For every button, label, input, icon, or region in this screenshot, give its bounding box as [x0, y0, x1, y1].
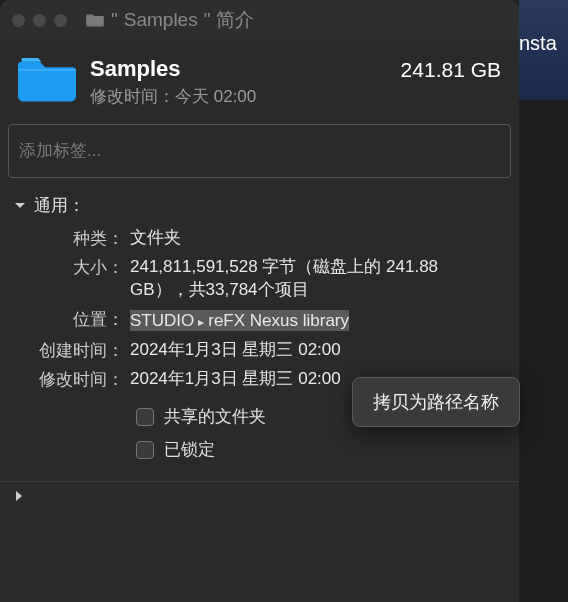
general-section-header[interactable]: 通用：	[0, 186, 519, 221]
general-info-rows: 种类 文件夹 大小 241,811,591,528 字节（磁盘上的 241.88…	[0, 221, 519, 475]
modified-label: 修改时间	[18, 368, 130, 391]
shared-checkbox[interactable]	[136, 408, 154, 426]
locked-row[interactable]: 已锁定	[18, 438, 501, 461]
created-value: 2024年1月3日 星期三 02:00	[130, 339, 501, 362]
modified-summary: 修改时间：今天 02:00	[90, 85, 401, 108]
context-menu: 拷贝为路径名称	[352, 377, 520, 427]
titlebar[interactable]: "Samples" 简介	[0, 0, 519, 40]
chevron-right-icon	[14, 490, 24, 502]
created-label: 创建时间	[18, 339, 130, 362]
folder-large-icon	[18, 54, 76, 102]
location-label: 位置	[18, 308, 130, 331]
traffic-lights	[12, 14, 67, 27]
copy-as-pathname-menu-item[interactable]: 拷贝为路径名称	[359, 384, 513, 420]
header-section: Samples 修改时间：今天 02:00 241.81 GB	[0, 40, 519, 116]
kind-value: 文件夹	[130, 227, 501, 250]
folder-name: Samples	[90, 56, 401, 82]
minimize-button[interactable]	[33, 14, 46, 27]
size-label: 大小	[18, 256, 130, 279]
close-button[interactable]	[12, 14, 25, 27]
locked-label: 已锁定	[164, 438, 215, 461]
info-window: "Samples" 简介 Samples 修改时间：今天 02:00 241.8…	[0, 0, 519, 602]
size-value: 241,811,591,528 字节（磁盘上的 241.88 GB），共33,7…	[130, 256, 501, 302]
tags-field-container	[8, 124, 511, 178]
general-section-title: 通用：	[34, 194, 85, 217]
folder-icon	[85, 12, 105, 28]
kind-label: 种类	[18, 227, 130, 250]
window-title: "Samples" 简介	[85, 7, 507, 33]
locked-checkbox[interactable]	[136, 441, 154, 459]
path-separator-icon: ▸	[198, 315, 204, 329]
location-value[interactable]: STUDIO▸reFX Nexus library	[130, 308, 501, 334]
more-info-section-header[interactable]	[0, 481, 519, 506]
folder-size: 241.81 GB	[401, 54, 501, 82]
chevron-down-icon	[14, 200, 26, 212]
tags-input[interactable]	[9, 125, 510, 177]
shared-label: 共享的文件夹	[164, 405, 266, 428]
zoom-button[interactable]	[54, 14, 67, 27]
background-window-fragment: nsta	[519, 0, 568, 100]
